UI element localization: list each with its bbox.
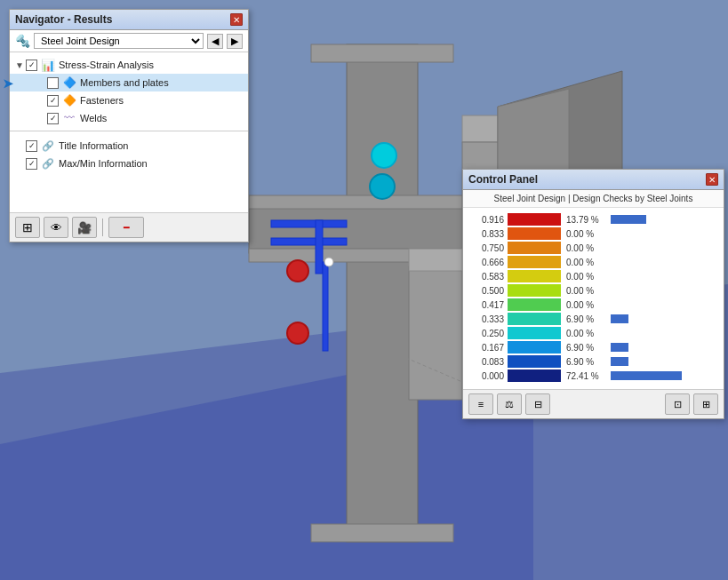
legend-row: 0.3336.90 % (470, 313, 716, 325)
tree-item-members-plates[interactable]: 🔷 Members and plates (10, 74, 248, 91)
legend-row: 0.8330.00 % (470, 227, 716, 240)
legend-bar-container (611, 314, 716, 324)
settings2-icon: ⊞ (702, 399, 710, 410)
svg-rect-13 (316, 220, 323, 274)
tree-separator (10, 131, 248, 131)
toolbar-sep (102, 218, 103, 236)
grid-icon: ⊞ (22, 220, 33, 234)
members-plates-icon: 🔷 (61, 75, 77, 90)
legend-bar-container (611, 285, 716, 296)
legend-bar-container (611, 214, 716, 225)
balance-icon: ⚖ (505, 399, 514, 410)
legend-value: 0.833 (470, 229, 504, 239)
legend-value: 0.666 (470, 258, 504, 267)
cp-subtitle: Steel Joint Design | Design Checks by St… (463, 190, 724, 208)
title-info-icon: 🔗 (40, 139, 56, 153)
cp-settings2-button[interactable]: ⊞ (693, 393, 718, 415)
cp-toolbar: ≡ ⚖ ⊟ ⊡ ⊞ (463, 389, 724, 418)
checkbox-title-info[interactable] (26, 140, 37, 152)
legend-color-swatch (508, 369, 561, 382)
legend-row: 0.4170.00 % (470, 298, 716, 311)
legend-bar-container (611, 242, 716, 253)
cp-settings1-button[interactable]: ⊡ (665, 393, 690, 415)
legend-area: 0.91613.79 %0.8330.00 %0.7500.00 %0.6660… (463, 208, 724, 389)
tree-item-maxmin-info[interactable]: 🔗 Max/Min Information (10, 155, 248, 172)
legend-value: 0.000 (470, 371, 504, 381)
svg-rect-21 (409, 249, 462, 271)
legend-bar-container (611, 257, 716, 267)
eye-icon: 👁 (51, 221, 62, 234)
svg-rect-4 (311, 44, 453, 62)
camera-toolbar-button[interactable]: 🎥 (72, 217, 97, 238)
svg-rect-20 (409, 266, 462, 400)
cp-title: Control Panel (468, 173, 538, 186)
svg-rect-7 (249, 195, 498, 209)
legend-row: 0.0836.90 % (470, 355, 716, 368)
legend-color-swatch (508, 298, 561, 311)
legend-bar (611, 371, 682, 380)
legend-row: 0.5830.00 % (470, 270, 716, 282)
legend-percentage: 0.00 % (566, 300, 611, 310)
grid-toolbar-button[interactable]: ⊞ (15, 217, 40, 238)
nav-back-button[interactable]: ◀ (207, 34, 223, 49)
svg-rect-6 (249, 204, 498, 253)
legend-percentage: 0.00 % (566, 229, 611, 239)
members-plates-label: Members and plates (80, 77, 169, 88)
welds-label: Welds (80, 113, 107, 123)
legend-value: 0.083 (470, 357, 504, 367)
tree-item-stress-strain[interactable]: ▼ 📊 Stress-Strain Analysis (10, 56, 248, 74)
legend-value: 0.500 (470, 286, 504, 296)
legend-percentage: 0.00 % (566, 286, 611, 296)
legend-percentage: 0.00 % (566, 329, 611, 338)
stress-strain-icon: 📊 (40, 58, 56, 72)
legend-bar-container (611, 370, 716, 381)
checkbox-maxmin-info[interactable] (26, 158, 37, 170)
checkbox-members-plates[interactable] (47, 77, 59, 89)
cp-export-button[interactable]: ⊟ (525, 393, 550, 415)
legend-percentage: 0.00 % (566, 243, 611, 253)
legend-value: 0.417 (470, 300, 504, 310)
legend-bar-container (611, 328, 716, 338)
legend-bar-container (611, 228, 716, 239)
maxmin-info-icon: 🔗 (40, 156, 56, 171)
legend-bar-container (611, 356, 716, 367)
stress-strain-label: Stress-Strain Analysis (59, 60, 154, 70)
legend-bar-container (611, 342, 716, 353)
settings1-icon: ⊡ (674, 399, 682, 410)
checkbox-welds[interactable] (47, 113, 59, 124)
checkbox-fasteners[interactable] (47, 95, 59, 107)
navigator-titlebar: Navigator - Results ✕ (10, 10, 248, 30)
nav-forward-button[interactable]: ▶ (227, 34, 243, 49)
bottom-items: 🔗 Title Information 🔗 Max/Min Informatio… (10, 135, 248, 174)
tree-item-title-info[interactable]: 🔗 Title Information (10, 137, 248, 155)
svg-point-17 (324, 258, 333, 266)
legend-value: 0.750 (470, 243, 504, 253)
selection-arrow: ➤ (3, 76, 13, 91)
camera-icon: 🎥 (77, 221, 92, 234)
legend-value: 0.583 (470, 272, 504, 282)
control-panel: Control Panel ✕ Steel Joint Design | Des… (462, 169, 724, 419)
expand-icon: ▼ (13, 60, 26, 70)
tree-item-fasteners[interactable]: 🔶 Fasteners (10, 91, 248, 109)
legend-color-swatch (508, 355, 561, 368)
legend-value: 0.333 (470, 314, 504, 324)
cp-balance-button[interactable]: ⚖ (497, 393, 522, 415)
close-button[interactable]: ✕ (230, 13, 243, 26)
legend-bar (611, 314, 628, 323)
legend-value: 0.250 (470, 329, 504, 338)
module-dropdown[interactable]: Steel Joint Design (34, 33, 204, 49)
line-toolbar-button[interactable]: ━ (108, 217, 144, 238)
legend-value: 0.167 (470, 343, 504, 353)
legend-row: 0.7500.00 % (470, 242, 716, 254)
checkbox-stress-strain[interactable] (26, 60, 37, 71)
tree-item-welds[interactable]: 〰 Welds (10, 109, 248, 127)
dropdown-row: 🔩 Steel Joint Design ◀ ▶ (10, 30, 248, 52)
svg-rect-14 (323, 262, 328, 351)
legend-row: 0.00072.41 % (470, 369, 716, 382)
legend-color-swatch (508, 327, 561, 339)
cp-close-button[interactable]: ✕ (706, 173, 718, 186)
cp-table-button[interactable]: ≡ (468, 393, 493, 415)
eye-toolbar-button[interactable]: 👁 (44, 217, 68, 238)
svg-rect-12 (271, 238, 347, 245)
legend-value: 0.916 (470, 215, 504, 225)
